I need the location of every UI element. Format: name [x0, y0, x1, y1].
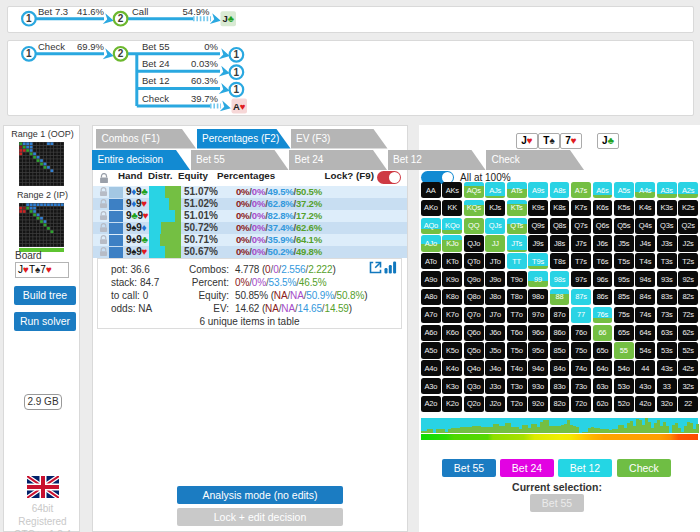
- matrix-cell-QJo[interactable]: QJo: [464, 235, 484, 251]
- matrix-cell-88[interactable]: 88: [550, 289, 570, 305]
- matrix-cell-65o[interactable]: 65o: [593, 342, 613, 358]
- matrix-cell-33[interactable]: 33: [657, 378, 677, 394]
- matrix-cell-TT[interactable]: TT: [507, 253, 527, 269]
- matrix-cell-A4o[interactable]: A4o: [421, 360, 441, 376]
- matrix-cell-A4s[interactable]: A4s: [635, 182, 655, 198]
- matrix-cell-J5o[interactable]: J5o: [485, 342, 505, 358]
- matrix-cell-ATo[interactable]: ATo: [421, 253, 441, 269]
- run-solver-button[interactable]: Run solver: [14, 312, 76, 331]
- matrix-cell-98o[interactable]: 98o: [528, 289, 548, 305]
- matrix-cell-65s[interactable]: 65s: [614, 325, 634, 341]
- matrix-cell-42s[interactable]: 42s: [678, 360, 698, 376]
- matrix-cell-K7s[interactable]: K7s: [571, 200, 591, 216]
- matrix-cell-A6s[interactable]: A6s: [593, 182, 613, 198]
- matrix-cell-KQo[interactable]: KQo: [442, 218, 462, 234]
- tab-combos-f1-[interactable]: Combos (F1): [96, 129, 196, 149]
- table-row[interactable]: 9♠9♣50.71%0%/0%/35.9%/64.1%: [93, 234, 407, 246]
- matrix-cell-94o[interactable]: 94o: [528, 360, 548, 376]
- matrix-cell-95o[interactable]: 95o: [528, 342, 548, 358]
- matrix-cell-T7o[interactable]: T7o: [507, 307, 527, 323]
- matrix-cell-A8o[interactable]: A8o: [421, 289, 441, 305]
- matrix-cell-63s[interactable]: 63s: [657, 325, 677, 341]
- table-row[interactable]: 9♦9♥51.02%0%/0%/62.8%/37.2%: [93, 198, 407, 210]
- matrix-cell-T3s[interactable]: T3s: [657, 253, 677, 269]
- action-button-bet-55[interactable]: Bet 55: [442, 459, 496, 477]
- tree-node[interactable]: 1: [234, 67, 240, 78]
- matrix-cell-JTs[interactable]: JTs: [507, 235, 527, 251]
- matrix-cell-T8o[interactable]: T8o: [507, 289, 527, 305]
- matrix-cell-Q4o[interactable]: Q4o: [464, 360, 484, 376]
- matrix-cell-K3o[interactable]: K3o: [442, 378, 462, 394]
- board-input[interactable]: J♥T♠7♥: [15, 262, 69, 278]
- tab-bet-55[interactable]: Bet 55: [191, 150, 289, 170]
- range2-grid[interactable]: [19, 203, 64, 247]
- matrix-cell-Q6s[interactable]: Q6s: [593, 218, 613, 234]
- matrix-cell-KQs[interactable]: KQs: [464, 200, 484, 216]
- matrix-cell-97s[interactable]: 97s: [571, 271, 591, 287]
- matrix-cell-84s[interactable]: 84s: [635, 289, 655, 305]
- matrix-cell-96s[interactable]: 96s: [593, 271, 613, 287]
- range1-grid[interactable]: [19, 142, 64, 186]
- matrix-cell-Q6o[interactable]: Q6o: [464, 325, 484, 341]
- matrix-cell-J8s[interactable]: J8s: [550, 235, 570, 251]
- matrix-cell-92o[interactable]: 92o: [528, 396, 548, 412]
- matrix-cell-T4o[interactable]: T4o: [507, 360, 527, 376]
- matrix-cell-A3o[interactable]: A3o: [421, 378, 441, 394]
- table-row[interactable]: 9♦9♣51.07%0%/0%/49.5%/50.5%: [93, 186, 407, 198]
- matrix-cell-J3o[interactable]: J3o: [485, 378, 505, 394]
- matrix-cell-J3s[interactable]: J3s: [657, 235, 677, 251]
- matrix-cell-QQ[interactable]: QQ: [464, 218, 484, 234]
- graph-icon[interactable]: [384, 261, 397, 274]
- matrix-cell-J2o[interactable]: J2o: [485, 396, 505, 412]
- matrix-cell-Q2s[interactable]: Q2s: [678, 218, 698, 234]
- matrix-cell-73o[interactable]: 73o: [571, 378, 591, 394]
- matrix-cell-T9o[interactable]: T9o: [507, 271, 527, 287]
- matrix-cell-73s[interactable]: 73s: [657, 307, 677, 323]
- matrix-cell-A3s[interactable]: A3s: [657, 182, 677, 198]
- matrix-cell-22[interactable]: 22: [678, 396, 698, 412]
- matrix-cell-75o[interactable]: 75o: [571, 342, 591, 358]
- matrix-cell-99[interactable]: 99: [528, 271, 548, 287]
- card-button-2[interactable]: 7♥: [560, 133, 582, 149]
- matrix-cell-44[interactable]: 44: [635, 360, 655, 376]
- action-button-bet-24[interactable]: Bet 24: [500, 459, 554, 477]
- matrix-cell-T4s[interactable]: T4s: [635, 253, 655, 269]
- tree-node[interactable]: 1: [26, 48, 32, 59]
- matrix-cell-A5o[interactable]: A5o: [421, 342, 441, 358]
- matrix-cell-32s[interactable]: 32s: [678, 378, 698, 394]
- action-button-bet-12[interactable]: Bet 12: [558, 459, 612, 477]
- col-equity[interactable]: Equity: [178, 170, 208, 181]
- tree-node[interactable]: 2: [118, 48, 124, 59]
- matrix-cell-76s[interactable]: 76s: [593, 307, 613, 323]
- matrix-cell-Q5s[interactable]: Q5s: [614, 218, 634, 234]
- matrix-cell-54s[interactable]: 54s: [635, 342, 655, 358]
- matrix-cell-KJo[interactable]: KJo: [442, 235, 462, 251]
- matrix-cell-86s[interactable]: 86s: [593, 289, 613, 305]
- matrix-cell-K8o[interactable]: K8o: [442, 289, 462, 305]
- matrix-cell-A9s[interactable]: A9s: [528, 182, 548, 198]
- matrix-cell-82s[interactable]: 82s: [678, 289, 698, 305]
- matrix-cell-95s[interactable]: 95s: [614, 271, 634, 287]
- popout-icon[interactable]: [369, 261, 382, 274]
- matrix-cell-KTo[interactable]: KTo: [442, 253, 462, 269]
- tree-node[interactable]: 1: [234, 49, 240, 60]
- matrix-cell-92s[interactable]: 92s: [678, 271, 698, 287]
- matrix-cell-96o[interactable]: 96o: [528, 325, 548, 341]
- matrix-cell-T3o[interactable]: T3o: [507, 378, 527, 394]
- matrix-cell-JTo[interactable]: JTo: [485, 253, 505, 269]
- matrix-cell-93s[interactable]: 93s: [657, 271, 677, 287]
- matrix-cell-Q7s[interactable]: Q7s: [571, 218, 591, 234]
- card-button-0[interactable]: J♥: [516, 133, 538, 149]
- matrix-cell-K2s[interactable]: K2s: [678, 200, 698, 216]
- matrix-cell-63o[interactable]: 63o: [593, 378, 613, 394]
- matrix-cell-K6o[interactable]: K6o: [442, 325, 462, 341]
- matrix-cell-A8s[interactable]: A8s: [550, 182, 570, 198]
- matrix-cell-J4s[interactable]: J4s: [635, 235, 655, 251]
- matrix-cell-AKs[interactable]: AKs: [442, 182, 462, 198]
- lock-toggle[interactable]: [377, 171, 401, 184]
- matrix-cell-QTs[interactable]: QTs: [507, 218, 527, 234]
- matrix-cell-K5s[interactable]: K5s: [614, 200, 634, 216]
- matrix-cell-J8o[interactable]: J8o: [485, 289, 505, 305]
- matrix-cell-74s[interactable]: 74s: [635, 307, 655, 323]
- matrix-cell-72s[interactable]: 72s: [678, 307, 698, 323]
